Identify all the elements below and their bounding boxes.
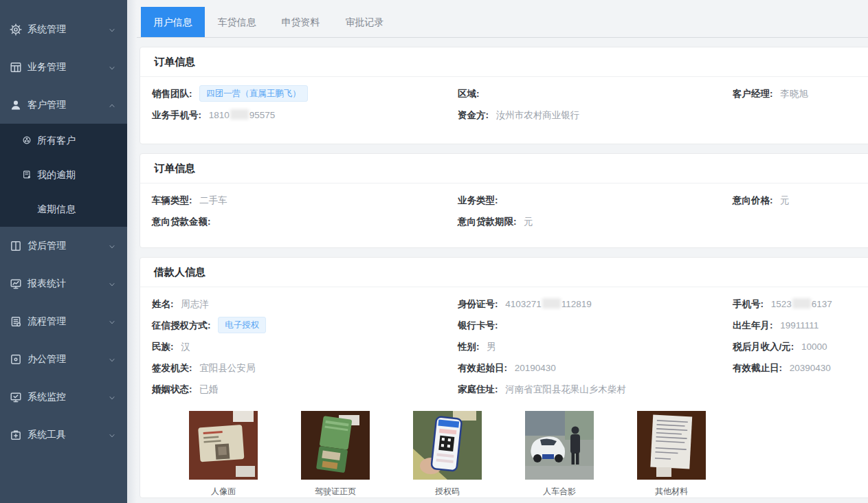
sidebar-item-system-monitor[interactable]: 系统监控	[0, 378, 127, 416]
field-label: 意向贷款金额:	[152, 216, 211, 227]
field-credit-auth-method: 征信授权方式: 电子授权	[152, 315, 458, 336]
sidebar-item-report-statistics[interactable]: 报表统计	[0, 265, 127, 302]
chevron-down-icon	[108, 242, 116, 250]
sidebar-subitem-label: 所有客户	[37, 135, 76, 147]
sidebar-item-post-loan-management[interactable]: 贷后管理	[0, 227, 127, 265]
sidebar-item-label: 系统工具	[27, 429, 66, 441]
photo-caption: 授权码	[413, 486, 482, 498]
sidebar-item-business-management[interactable]: 业务管理	[0, 48, 127, 86]
field-label: 区域:	[458, 89, 480, 99]
sidebar: 系统管理 业务管理 客户管理 所有客户 我的逾期 逾	[0, 0, 127, 503]
field-value: 二手车	[199, 195, 227, 205]
field-name: 姓名: 周志洋	[152, 293, 458, 315]
field-label: 有效截止日:	[733, 363, 782, 373]
field-label: 客户经理:	[733, 89, 773, 99]
sidebar-subitem-label: 我的逾期	[37, 169, 76, 181]
tab-car-loan-info[interactable]: 车贷信息	[205, 7, 269, 37]
field-valid-until: 有效截止日: 20390430	[733, 357, 868, 379]
gear-icon	[10, 23, 22, 36]
card-title: 订单信息	[140, 47, 868, 77]
tab-user-info[interactable]: 用户信息	[141, 7, 205, 37]
sidebar-subitem-all-customers[interactable]: 所有客户	[0, 124, 127, 158]
field-label: 签发机关:	[152, 363, 192, 373]
field-value: 汝州市农村商业银行	[496, 110, 580, 120]
field-id-number: 身份证号: 4103271112819	[458, 293, 733, 315]
sidebar-item-label: 流程管理	[27, 315, 66, 328]
field-intended-price: 意向价格: 元	[733, 190, 868, 211]
field-label: 意向价格:	[733, 195, 773, 205]
field-sales-team: 销售团队: 四团一营（直属王鹏飞）	[152, 83, 458, 104]
field-ethnicity: 民族: 汉	[152, 336, 458, 357]
sidebar-subitem-overdue-info[interactable]: 逾期信息	[0, 192, 127, 227]
sidebar-item-customer-management[interactable]: 客户管理	[0, 86, 127, 124]
field-value: 宜阳县公安局	[199, 363, 255, 373]
sidebar-item-label: 系统管理	[27, 23, 66, 36]
chevron-down-icon	[108, 25, 116, 34]
field-region: 区域:	[458, 83, 733, 104]
sidebar-item-process-management[interactable]: 流程管理	[0, 302, 127, 340]
field-label: 资金方:	[458, 110, 489, 120]
customer-management-submenu: 所有客户 我的逾期 逾期信息	[0, 124, 127, 227]
sidebar-item-label: 贷后管理	[27, 240, 66, 252]
field-valid-from: 有效起始日: 20190430	[458, 357, 733, 379]
document-photos: 人像面 驾驶证正页 授权码	[189, 411, 868, 498]
field-label: 民族:	[152, 342, 174, 352]
field-value: 男	[487, 342, 496, 352]
redaction-blur	[542, 298, 561, 309]
sidebar-subitem-my-overdue[interactable]: 我的逾期	[0, 158, 127, 192]
sales-team-tag[interactable]: 四团一营（直属王鹏飞）	[199, 85, 308, 102]
sidebar-item-system-management[interactable]: 系统管理	[0, 10, 127, 48]
field-mobile: 手机号: 15236137	[733, 293, 868, 315]
chevron-down-icon	[108, 355, 116, 364]
sidebar-item-system-tools[interactable]: 系统工具	[0, 416, 127, 454]
person-car-photo[interactable]	[525, 411, 594, 480]
field-label: 意向贷款期限:	[458, 216, 517, 227]
green-booklet-photo[interactable]	[301, 411, 370, 480]
id-card-photo[interactable]	[189, 411, 258, 480]
main-content: 用户信息 车贷信息 申贷资料 审批记录 订单信息 销售团队: 四团一营（直属王鹏…	[127, 0, 868, 503]
field-value: 元	[780, 195, 790, 205]
toolbox-icon	[10, 429, 22, 441]
field-value: 20190430	[515, 363, 556, 373]
redaction-blur	[792, 298, 811, 309]
book-icon	[10, 240, 22, 252]
card-title: 订单信息	[140, 154, 868, 183]
field-funder: 资金方: 汝州市农村商业银行	[458, 104, 733, 126]
field-label: 家庭住址:	[458, 384, 498, 394]
photo-caption: 其他材料	[637, 486, 706, 498]
field-label: 车辆类型:	[152, 195, 192, 205]
field-label: 业务类型:	[458, 195, 498, 205]
field-label: 身份证号:	[458, 299, 498, 309]
report-monitor-icon	[10, 278, 22, 290]
sidebar-item-label: 客户管理	[27, 99, 66, 111]
field-value: 4103271112819	[505, 299, 592, 309]
field-label: 税后月收入/元:	[733, 342, 794, 352]
borrower-info-card: 借款人信息 姓名: 周志洋 身份证号: 4103271112819 手机号: 1…	[140, 257, 868, 498]
field-value: 李晓旭	[780, 89, 808, 99]
field-label: 业务手机号:	[152, 110, 201, 120]
field-label: 姓名:	[152, 299, 174, 309]
field-monthly-income: 税后月收入/元: 10000	[733, 336, 868, 357]
field-intended-loan-amount: 意向贷款金额:	[152, 211, 458, 232]
tab-loan-application-materials[interactable]: 申贷资料	[269, 7, 333, 37]
field-value: 元	[524, 216, 533, 227]
user-icon	[10, 99, 22, 111]
other-document-photo[interactable]	[637, 411, 706, 480]
sidebar-item-office-management[interactable]: 办公管理	[0, 340, 127, 378]
qr-authorization-photo[interactable]	[413, 411, 482, 480]
photo-caption: 人车合影	[525, 486, 594, 498]
tab-approval-records[interactable]: 审批记录	[333, 7, 397, 37]
monitor-check-icon	[10, 391, 22, 403]
field-intended-loan-term: 意向贷款期限: 元	[458, 211, 733, 232]
field-label: 婚姻状态:	[152, 384, 192, 394]
photo-caption: 驾驶证正页	[301, 486, 370, 498]
chevron-down-icon	[108, 63, 116, 71]
field-value: 已婚	[199, 384, 218, 394]
chevron-down-icon	[108, 280, 116, 288]
field-value: 15236137	[771, 299, 832, 309]
field-birth-date: 出生年月: 19911111	[733, 315, 868, 336]
field-label: 手机号:	[733, 299, 764, 309]
field-label: 销售团队:	[152, 89, 192, 99]
overdue-icon	[22, 170, 37, 181]
credit-auth-tag[interactable]: 电子授权	[218, 317, 266, 333]
